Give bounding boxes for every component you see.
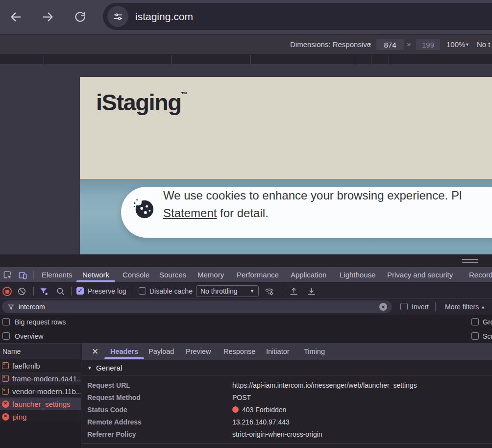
page-viewport: iStaging™ We use cookies to enhance your xyxy=(80,77,492,254)
overview-checkbox[interactable] xyxy=(2,332,10,340)
device-toolbar: Dimensions: Responsive ▼ 874 × 199 100% … xyxy=(0,34,492,54)
logo-tm: ™ xyxy=(181,91,187,98)
dimensions-caret-icon[interactable]: ▼ xyxy=(368,42,372,47)
status-error-dot-icon xyxy=(232,406,239,413)
filter-icon[interactable] xyxy=(39,287,49,296)
options-row-2: Overview Scr xyxy=(0,329,492,343)
import-har-icon[interactable] xyxy=(289,287,298,296)
overview-label[interactable]: Overview xyxy=(15,332,43,340)
istaging-logo[interactable]: iStaging™ xyxy=(96,89,187,116)
group-by-frame-label[interactable]: Gro xyxy=(483,318,492,326)
forward-icon[interactable] xyxy=(40,9,55,24)
tab-timing[interactable]: Timing xyxy=(304,348,325,355)
tab-sources[interactable]: Sources xyxy=(159,271,186,279)
throttling-caret-icon: ▼ xyxy=(250,289,254,294)
invert-checkbox[interactable] xyxy=(400,303,408,310)
network-conditions-icon[interactable] xyxy=(265,287,274,296)
more-filters-dropdown[interactable]: More filters ▼ xyxy=(445,303,485,311)
tune-icon xyxy=(113,11,123,22)
clear-network-log-icon[interactable] xyxy=(17,287,26,296)
tab-console[interactable]: Console xyxy=(123,271,149,279)
url-text[interactable]: istaging.com xyxy=(135,3,193,30)
filter-input[interactable]: intercom ✕ xyxy=(2,300,392,313)
cookie-line2: for detail. xyxy=(217,206,268,220)
screenshots-label[interactable]: Scr xyxy=(483,332,492,340)
tab-performance[interactable]: Performance xyxy=(237,271,279,279)
tab-privacy-and-security[interactable]: Privacy and security xyxy=(387,271,453,279)
group-by-frame-checkbox[interactable] xyxy=(471,318,479,325)
divider xyxy=(71,287,72,296)
width-input[interactable]: 874 xyxy=(376,39,404,50)
throttling-select[interactable]: No throttling ▼ xyxy=(196,285,259,297)
general-section-header[interactable]: ▼ General xyxy=(82,360,492,375)
name-column-header[interactable]: Name xyxy=(0,344,81,359)
inspect-element-icon[interactable] xyxy=(2,270,13,280)
search-icon[interactable] xyxy=(56,287,65,296)
header-label: Referrer Policy xyxy=(82,430,232,438)
cookie-message: We use cookies to enhance your browsing … xyxy=(163,187,462,222)
tab-preview[interactable]: Preview xyxy=(186,348,211,355)
network-filter-row: intercom ✕ Invert More filters ▼ xyxy=(0,299,492,315)
status-code-value: 403 Forbidden xyxy=(232,406,286,414)
table-row[interactable]: faefkmlb xyxy=(0,359,81,372)
big-request-rows-checkbox[interactable] xyxy=(2,318,10,325)
tab-network[interactable]: Network xyxy=(82,271,109,279)
back-icon[interactable] xyxy=(8,9,23,24)
network-options: Big request rows Gro Overview Scr xyxy=(0,315,492,343)
general-section-label: General xyxy=(96,364,122,372)
device-throttle-dropdown[interactable]: No t xyxy=(477,40,491,49)
tab-memory[interactable]: Memory xyxy=(197,271,224,279)
tab-lighthouse[interactable]: Lighthouse xyxy=(340,271,375,279)
tab-application[interactable]: Application xyxy=(291,271,326,279)
table-row[interactable]: vendor-modern.11b... xyxy=(0,385,81,398)
header-row: Request Method POST xyxy=(82,391,492,403)
close-details-icon[interactable]: ✕ xyxy=(92,347,98,357)
response-headers-section-header[interactable]: ▼ Response Headers xyxy=(82,446,492,448)
tab-recorder[interactable]: Record xyxy=(469,271,492,279)
zoom-dropdown[interactable]: 100% xyxy=(446,40,465,49)
devtools-tabbar: Elements Network Console Sources Memory … xyxy=(0,267,492,283)
divider xyxy=(33,271,34,279)
network-toolbar: Preserve log Disable cache No throttling… xyxy=(0,283,492,299)
record-network-log-icon[interactable] xyxy=(2,287,12,296)
big-request-rows-label[interactable]: Big request rows xyxy=(15,318,66,326)
invert-label[interactable]: Invert xyxy=(412,303,429,311)
reload-icon[interactable] xyxy=(73,9,87,24)
device-toolbar-toggle-icon[interactable] xyxy=(17,270,28,280)
preserve-log-checkbox[interactable] xyxy=(76,287,84,295)
export-har-icon[interactable] xyxy=(307,287,316,296)
devtools-resize-strip xyxy=(0,254,492,267)
table-row[interactable]: ping xyxy=(0,410,81,423)
ruler-tick xyxy=(44,55,44,64)
url-bar[interactable]: istaging.com xyxy=(103,3,492,30)
browser-toolbar: istaging.com xyxy=(0,0,492,34)
error-icon xyxy=(2,400,9,408)
divider xyxy=(283,287,283,296)
disable-cache-label[interactable]: Disable cache xyxy=(149,287,193,295)
table-row-selected[interactable]: launcher_settings xyxy=(0,398,81,410)
header-row: Remote Address 13.216.140.97:443 xyxy=(82,416,492,428)
screenshots-checkbox[interactable] xyxy=(471,332,479,340)
dimensions-dropdown[interactable]: Dimensions: Responsive xyxy=(290,40,371,49)
privacy-statement-link[interactable]: Statement xyxy=(163,206,217,220)
zoom-caret-icon[interactable]: ▼ xyxy=(465,42,469,47)
tab-response[interactable]: Response xyxy=(223,348,255,355)
ruler-tick xyxy=(371,55,371,64)
table-row[interactable]: frame-modern.4a41... xyxy=(0,372,81,385)
devtools-drag-handle-icon[interactable] xyxy=(462,259,478,263)
site-settings-button[interactable] xyxy=(107,6,128,27)
clear-filter-icon[interactable]: ✕ xyxy=(379,303,387,311)
tab-headers[interactable]: Headers xyxy=(110,348,138,355)
general-rows: Request URL https://api-iam.intercom.io/… xyxy=(82,375,492,444)
preserve-log-label[interactable]: Preserve log xyxy=(88,287,126,295)
header-label: Request Method xyxy=(82,394,232,401)
tab-initiator[interactable]: Initiator xyxy=(266,348,290,355)
tab-elements[interactable]: Elements xyxy=(42,271,73,279)
disable-cache-checkbox[interactable] xyxy=(139,287,146,295)
request-details-panel: ✕ Headers Payload Preview Response Initi… xyxy=(82,344,492,448)
height-input[interactable]: 199 xyxy=(416,39,440,50)
tab-payload[interactable]: Payload xyxy=(148,348,174,355)
divider xyxy=(133,287,133,296)
header-value: strict-origin-when-cross-origin xyxy=(232,430,322,438)
request-rows: faefkmlb frame-modern.4a41... vendor-mod… xyxy=(0,359,81,423)
